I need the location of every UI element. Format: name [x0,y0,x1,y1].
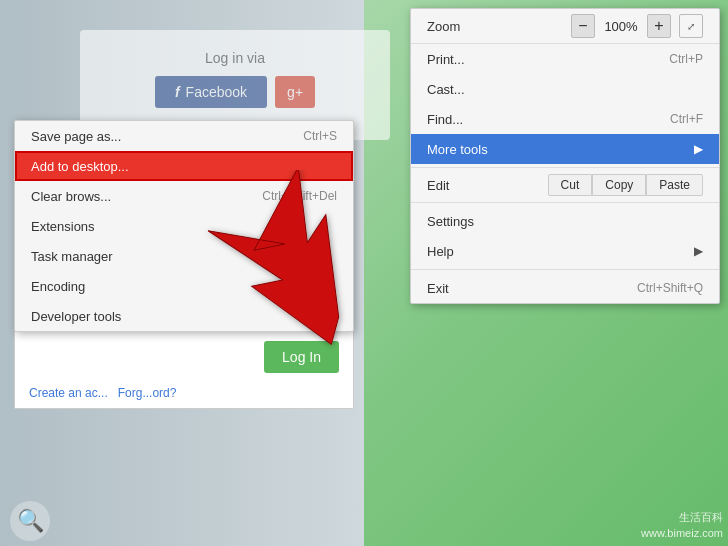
zoom-label: Zoom [427,19,563,34]
save-page-as-item[interactable]: Save page as... Ctrl+S [15,121,353,151]
clear-browsing-item[interactable]: Clear brows... Ctrl+Shift+Del [15,181,353,211]
edit-row: Edit Cut Copy Paste [411,171,719,199]
extensions-label: Extensions [31,219,337,234]
paste-button[interactable]: Paste [646,174,703,196]
exit-shortcut: Ctrl+Shift+Q [637,281,703,295]
print-shortcut: Ctrl+P [669,52,703,66]
help-arrow-icon: ▶ [694,244,703,258]
zoom-minus-button[interactable]: − [571,14,595,38]
zoom-value: 100% [603,19,639,34]
google-plus-icon: g+ [287,84,303,100]
facebook-label: Facebook [186,84,247,100]
save-page-as-label: Save page as... [31,129,303,144]
save-page-as-shortcut: Ctrl+S [303,129,337,143]
chrome-context-menu: Zoom − 100% + ⤢ Print... Ctrl+P Cast... … [410,8,720,304]
more-tools-submenu: Save page as... Ctrl+S Add to desktop...… [14,120,354,332]
add-to-desktop-label: Add to desktop... [31,159,337,174]
login-title: Log in via [100,50,370,66]
search-icon: 🔍 [17,508,44,534]
find-menu-item[interactable]: Find... Ctrl+F [411,104,719,134]
cast-menu-item[interactable]: Cast... [411,74,719,104]
add-to-desktop-item[interactable]: Add to desktop... [15,151,353,181]
help-label: Help [427,244,686,259]
exit-label: Exit [427,281,637,296]
facebook-login-button[interactable]: f Facebook [155,76,267,108]
more-tools-arrow-icon: ▶ [694,142,703,156]
create-account-link[interactable]: Create an ac... [29,386,108,400]
menu-divider-3 [411,269,719,270]
login-partial: Log In [14,330,354,384]
copy-button[interactable]: Copy [592,174,646,196]
clear-browsing-shortcut: Ctrl+Shift+Del [262,189,337,203]
task-manager-item[interactable]: Task manager [15,241,353,271]
zoom-fullscreen-button[interactable]: ⤢ [679,14,703,38]
developer-tools-item[interactable]: Developer tools [15,301,353,331]
find-label: Find... [427,112,670,127]
watermark-line2: www.bimeiz.com [641,526,723,541]
task-manager-label: Task manager [31,249,337,264]
settings-label: Settings [427,214,703,229]
encoding-label: Encoding [31,279,337,294]
menu-divider-1 [411,167,719,168]
zoom-plus-button[interactable]: + [647,14,671,38]
encoding-item[interactable]: Encoding [15,271,353,301]
exit-menu-item[interactable]: Exit Ctrl+Shift+Q [411,273,719,303]
developer-tools-label: Developer tools [31,309,337,324]
edit-label: Edit [427,178,548,193]
print-label: Print... [427,52,669,67]
cast-label: Cast... [427,82,703,97]
settings-menu-item[interactable]: Settings [411,206,719,236]
search-watermark-icon: 🔍 [10,501,50,541]
fullscreen-icon: ⤢ [687,21,695,32]
facebook-icon: f [175,84,180,100]
more-tools-menu-item[interactable]: More tools ▶ [411,134,719,164]
cut-button[interactable]: Cut [548,174,593,196]
google-plus-login-button[interactable]: g+ [275,76,315,108]
clear-browsing-label: Clear brows... [31,189,262,204]
zoom-row: Zoom − 100% + ⤢ [411,9,719,44]
find-shortcut: Ctrl+F [670,112,703,126]
watermark: 生活百科 www.bimeiz.com [641,510,723,541]
social-login-row: f Facebook g+ [100,76,370,108]
more-tools-label: More tools [427,142,686,157]
help-menu-item[interactable]: Help ▶ [411,236,719,266]
log-in-button[interactable]: Log In [264,341,339,373]
extensions-item[interactable]: Extensions [15,211,353,241]
print-menu-item[interactable]: Print... Ctrl+P [411,44,719,74]
watermark-line1: 生活百科 [641,510,723,525]
login-bottom-row: Create an ac... Forg...ord? [14,378,354,409]
forgot-password-link[interactable]: Forg...ord? [118,386,177,400]
menu-divider-2 [411,202,719,203]
